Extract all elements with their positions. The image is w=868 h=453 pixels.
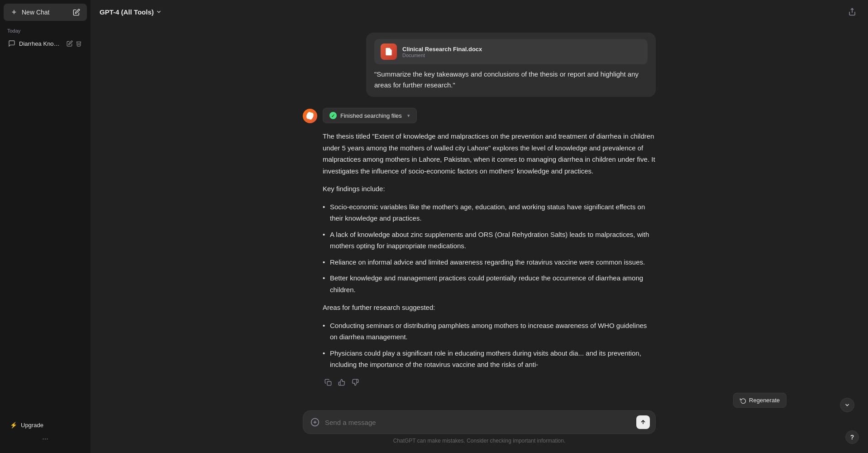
research-2: Physicians could play a significant role… [323, 347, 656, 371]
assistant-message-row: ✓ Finished searching files ▾ The thesis … [303, 108, 656, 388]
share-icon [848, 8, 856, 16]
further-research-label: Areas for further research suggested: [323, 302, 656, 313]
response-paragraph-1: The thesis titled "Extent of knowledge a… [323, 130, 656, 177]
thumbup-icon [338, 379, 345, 386]
thumbdown-button[interactable] [350, 377, 361, 388]
finding-4: Better knowledge and management practice… [323, 272, 656, 295]
file-attachment: Clinical Research Final.docx Document [374, 39, 648, 64]
chevron-down-icon [156, 9, 162, 15]
help-icon: ? [850, 434, 854, 441]
new-chat-button[interactable]: + New Chat [4, 4, 87, 21]
status-chevron-icon: ▾ [407, 113, 410, 119]
file-name: Clinical Research Final.docx [402, 46, 482, 53]
more-button[interactable]: ··· [5, 432, 85, 446]
delete-chat-icon[interactable] [75, 40, 82, 47]
file-type: Document [402, 53, 482, 58]
input-area: ChatGPT can make mistakes. Consider chec… [91, 405, 868, 453]
regenerate-button[interactable]: Regenerate [733, 393, 787, 408]
disclaimer: ChatGPT can make mistakes. Consider chec… [393, 438, 566, 444]
further-research-list: Conducting seminars or distributing pamp… [323, 320, 656, 371]
user-bubble: Clinical Research Final.docx Document "S… [366, 33, 656, 97]
message-actions [323, 377, 656, 388]
sidebar-item-chat[interactable]: Diarrhea Knowledge an [4, 36, 87, 51]
response-text: The thesis titled "Extent of knowledge a… [323, 130, 656, 371]
assistant-avatar [303, 109, 317, 123]
item-actions [66, 40, 82, 47]
plus-attach-icon [310, 418, 320, 427]
user-text: "Summarize the key takeaways and conclus… [374, 69, 648, 91]
search-status-text: Finished searching files [340, 112, 402, 119]
sidebar-bottom: ⚡ Upgrade ··· [4, 414, 87, 449]
sidebar: + New Chat Today Diarrhea Knowledge an [0, 0, 91, 453]
upgrade-icon: ⚡ [10, 422, 17, 429]
edit-icon [72, 8, 81, 16]
user-message-row: Clinical Research Final.docx Document "S… [303, 33, 656, 97]
regenerate-icon [740, 397, 746, 404]
input-wrapper [303, 410, 656, 434]
upgrade-button[interactable]: ⚡ Upgrade [5, 418, 85, 432]
key-findings-list: Socio-economic variables like the mother… [323, 201, 656, 296]
thumbup-button[interactable] [336, 377, 347, 388]
model-name: GPT-4 (All Tools) [100, 8, 154, 16]
finding-2: A lack of knowledge about zinc supplemen… [323, 229, 656, 252]
help-button[interactable]: ? [845, 430, 859, 444]
svg-rect-1 [327, 381, 331, 386]
regenerate-label: Regenerate [749, 397, 780, 404]
check-icon: ✓ [329, 112, 337, 119]
upgrade-label: Upgrade [21, 422, 43, 429]
assistant-content: ✓ Finished searching files ▾ The thesis … [323, 108, 656, 388]
research-1: Conducting seminars or distributing pamp… [323, 320, 656, 343]
send-icon [640, 419, 646, 425]
chat-icon [8, 40, 15, 47]
scroll-down-icon [844, 402, 850, 408]
file-icon [381, 43, 397, 60]
docx-icon [384, 47, 393, 56]
copy-button[interactable] [323, 377, 334, 388]
send-button[interactable] [636, 415, 650, 429]
scroll-down-button[interactable] [840, 398, 854, 412]
file-info: Clinical Research Final.docx Document [402, 46, 482, 58]
finding-1: Socio-economic variables like the mother… [323, 201, 656, 224]
main-panel: GPT-4 (All Tools) [91, 0, 868, 453]
copy-icon [324, 379, 332, 386]
message-input[interactable] [325, 419, 633, 426]
search-status-bar[interactable]: ✓ Finished searching files ▾ [323, 108, 417, 123]
edit-chat-icon[interactable] [66, 40, 73, 47]
model-selector[interactable]: GPT-4 (All Tools) [100, 8, 162, 16]
chat-history-label: Diarrhea Knowledge an [19, 40, 62, 47]
openai-icon [306, 112, 314, 120]
thumbdown-icon [352, 379, 359, 386]
finding-3: Reliance on informal advice and limited … [323, 256, 656, 268]
attach-button[interactable] [309, 416, 321, 429]
assistant-avatar-inner [303, 109, 317, 123]
key-findings-label: Key findings include: [323, 183, 656, 195]
today-label: Today [4, 26, 87, 36]
chat-area: Clinical Research Final.docx Document "S… [91, 24, 868, 405]
share-button[interactable] [845, 5, 859, 19]
new-chat-label: New Chat [22, 9, 49, 16]
header: GPT-4 (All Tools) [91, 0, 868, 24]
plus-icon: + [10, 8, 18, 16]
